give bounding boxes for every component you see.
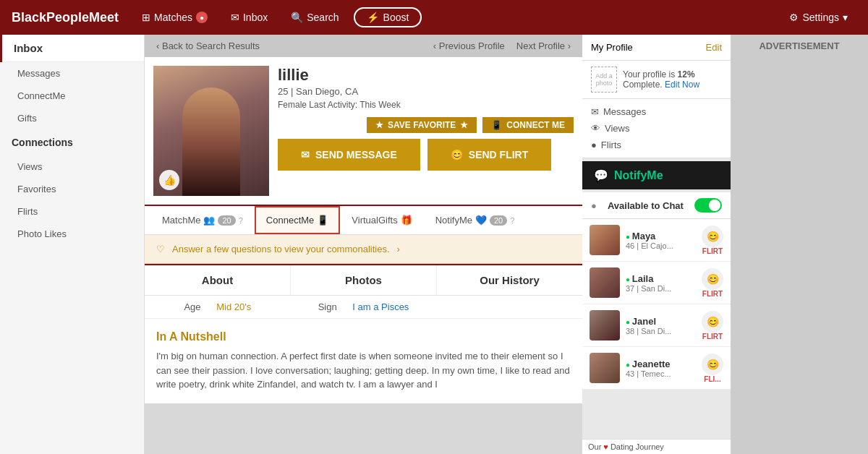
bio-section: In A Nutshell I'm big on human connectio… bbox=[145, 319, 582, 403]
profile-age: 25 bbox=[278, 86, 288, 97]
profile-complete-box: Add a photo Your profile is 12% Complete… bbox=[582, 61, 731, 99]
available-label: Available to Chat bbox=[608, 200, 684, 211]
profile-name: lillie bbox=[278, 66, 574, 85]
right-messages-link[interactable]: ✉ Messages bbox=[591, 103, 722, 120]
sign-label-cell: Sign I am a Pisces bbox=[291, 296, 437, 318]
flirt-label: FLIRT bbox=[702, 247, 723, 255]
profile-complete-info: Your profile is 12% Complete. Edit Now bbox=[623, 69, 722, 90]
right-actions: ✉ Messages 👁 Views ● Flirts bbox=[582, 99, 731, 158]
send-flirt-button[interactable]: 😊 SEND FLIRT bbox=[427, 139, 551, 171]
nav-settings[interactable]: ⚙ Settings ▾ bbox=[780, 7, 856, 27]
sidebar-item-photo-likes[interactable]: Photo Likes bbox=[0, 223, 144, 245]
chat-item[interactable]: Maya 46 | El Cajo... 😊 FLIRT bbox=[582, 219, 731, 262]
settings-gear-icon: ⚙ bbox=[789, 12, 799, 23]
prev-profile-button[interactable]: ‹ Previous Profile bbox=[433, 40, 505, 51]
messages-envelope-icon: ✉ bbox=[591, 106, 599, 117]
nav-boost[interactable]: ⚡ Boost bbox=[354, 7, 422, 27]
sidebar-connections[interactable]: Connections bbox=[0, 129, 144, 155]
sign-value: I am a Pisces bbox=[352, 301, 409, 312]
nav-matches-label: Matches bbox=[154, 12, 192, 23]
breadcrumb: ‹ Back to Search Results ‹ Previous Prof… bbox=[145, 35, 582, 57]
send-message-button[interactable]: ✉ SEND MESSAGE bbox=[278, 139, 420, 171]
notify-me-button[interactable]: 💬 NotifyMe bbox=[582, 161, 731, 189]
profile-info: lillie 25 | San Diego, CA Female Last Ac… bbox=[278, 66, 574, 196]
chat-user-name: Janel bbox=[626, 316, 696, 327]
sidebar-item-messages[interactable]: Messages bbox=[0, 62, 144, 85]
edit-profile-link[interactable]: Edit bbox=[706, 42, 722, 53]
about-data-row: Age Mid 20's Sign I am a Pisces bbox=[145, 296, 582, 319]
chat-toggle-on[interactable] bbox=[694, 198, 722, 213]
chat-user-name: Jeanette bbox=[626, 359, 696, 369]
flirt-label: FLI... bbox=[704, 375, 720, 383]
tab-virtualgifts[interactable]: VirtualGifts 🎁 bbox=[340, 206, 423, 234]
avatar bbox=[590, 225, 620, 255]
commonalities-bar[interactable]: ♡ Answer a few questions to view your co… bbox=[145, 235, 582, 264]
nav-search[interactable]: 🔍 Search bbox=[282, 7, 347, 27]
chat-user-info: Laila 37 | San Di... bbox=[626, 273, 696, 293]
matches-grid-icon: ⊞ bbox=[142, 12, 150, 23]
prev-chevron-icon: ‹ bbox=[433, 40, 436, 51]
avatar bbox=[590, 267, 620, 298]
flirt-dot-icon: ● bbox=[591, 140, 597, 150]
flirt-icon-button[interactable]: 😊 bbox=[702, 268, 723, 290]
right-flirts-link[interactable]: ● Flirts bbox=[591, 137, 722, 153]
sidebar-item-connectme[interactable]: ConnectMe bbox=[0, 85, 144, 107]
eye-icon: 👁 bbox=[591, 123, 600, 134]
next-profile-button[interactable]: Next Profile › bbox=[516, 40, 571, 51]
tab-notifyme[interactable]: NotifyMe 💙 20 ? bbox=[424, 206, 527, 234]
tab-matchme[interactable]: MatchMe 👥 20 ? bbox=[150, 206, 255, 234]
about-col-header[interactable]: About bbox=[145, 265, 291, 295]
advertisement-panel: ADVERTISEMENT bbox=[731, 35, 868, 454]
back-to-results[interactable]: ‹ Back to Search Results bbox=[156, 40, 260, 51]
sidebar-item-favorites[interactable]: Favorites bbox=[0, 178, 144, 200]
site-logo: BlackPeopleMeet bbox=[12, 10, 119, 25]
history-col-header[interactable]: Our History bbox=[437, 265, 582, 295]
right-views-link[interactable]: 👁 Views bbox=[591, 120, 722, 137]
save-favorite-button[interactable]: ★ SAVE FAVORITE ★ bbox=[367, 117, 477, 133]
next-label: Next Profile bbox=[516, 40, 565, 51]
history-data-cell bbox=[436, 296, 582, 318]
star-icon: ★ bbox=[375, 120, 383, 130]
person-silhouette bbox=[182, 87, 240, 196]
sidebar-header-inbox[interactable]: Inbox bbox=[2, 35, 144, 62]
right-messages-label: Messages bbox=[603, 106, 646, 117]
add-photo-box[interactable]: Add a photo bbox=[591, 67, 617, 93]
ad-label: ADVERTISEMENT bbox=[759, 40, 839, 51]
sign-label: Sign bbox=[318, 301, 337, 312]
flirt-icon-button[interactable]: 😊 bbox=[702, 226, 723, 247]
arrow-right-icon: › bbox=[397, 244, 400, 254]
chat-user-meta: 46 | El Cajo... bbox=[626, 241, 696, 250]
nav-inbox[interactable]: ✉ Inbox bbox=[222, 7, 276, 27]
matchme-count: 20 bbox=[218, 215, 235, 226]
flirt-icon-button[interactable]: 😊 bbox=[702, 354, 723, 375]
sidebar-item-gifts[interactable]: Gifts bbox=[0, 107, 144, 129]
chat-item[interactable]: Jeanette 43 | Temec... 😊 FLI... bbox=[582, 347, 731, 390]
prev-label: Previous Profile bbox=[439, 40, 505, 51]
connectme-phone-icon: 📱 bbox=[317, 215, 328, 226]
profile-meta: 25 | San Diego, CA bbox=[278, 86, 574, 97]
avatar bbox=[590, 353, 620, 383]
gift-icon: 🎁 bbox=[401, 215, 412, 226]
nav-matches[interactable]: ⊞ Matches ● bbox=[133, 7, 216, 27]
chat-item[interactable]: Janel 38 | San Di... 😊 FLIRT bbox=[582, 304, 731, 347]
avatar bbox=[590, 310, 620, 340]
available-dot-icon: ● bbox=[591, 200, 597, 211]
chat-user-list: Maya 46 | El Cajo... 😊 FLIRT Laila 37 | … bbox=[582, 219, 731, 439]
chat-item[interactable]: Laila 37 | San Di... 😊 FLIRT bbox=[582, 262, 731, 304]
sidebar-item-flirts[interactable]: Flirts bbox=[0, 200, 144, 223]
available-to-chat-toggle[interactable]: ● Available to Chat bbox=[582, 192, 731, 219]
profile-activity: Female Last Activity: This Week bbox=[278, 100, 574, 110]
tab-connectme[interactable]: ConnectMe 📱 bbox=[255, 206, 340, 234]
photos-col-header[interactable]: Photos bbox=[291, 265, 437, 295]
flirt-icon-button[interactable]: 😊 bbox=[702, 311, 723, 333]
connect-me-button[interactable]: 📱 CONNECT ME bbox=[482, 117, 574, 133]
chat-user-info: Janel 38 | San Di... bbox=[626, 316, 696, 335]
save-connect-row: ★ SAVE FAVORITE ★ 📱 CONNECT ME bbox=[367, 117, 574, 133]
edit-now-link[interactable]: Edit Now bbox=[665, 80, 699, 90]
matchme-question-icon: ? bbox=[239, 216, 243, 225]
right-panel: My Profile Edit Add a photo Your profile… bbox=[582, 35, 731, 454]
commonalities-text: Answer a few questions to view your comm… bbox=[172, 244, 390, 254]
chat-user-info: Jeanette 43 | Temec... bbox=[626, 359, 696, 378]
notifyme-label: NotifyMe bbox=[435, 215, 472, 226]
sidebar-item-views[interactable]: Views bbox=[0, 155, 144, 178]
